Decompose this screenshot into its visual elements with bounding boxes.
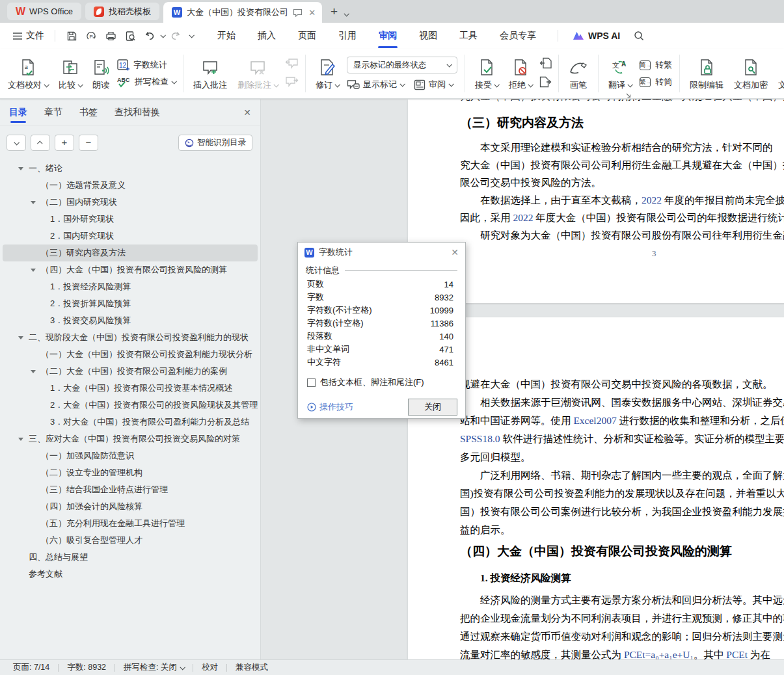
- tips-link[interactable]: 操作技巧: [307, 401, 353, 413]
- outline-item[interactable]: （六）吸引复合型管理人才: [3, 532, 258, 549]
- status-item[interactable]: 页面: 7/14: [13, 662, 49, 673]
- status-item[interactable]: 字数: 8932: [67, 662, 106, 673]
- print-preview-button[interactable]: [122, 28, 139, 44]
- show-markup-button[interactable]: 显示标记: [347, 79, 404, 90]
- outline-item[interactable]: 四、总结与展望: [3, 549, 258, 566]
- next-comment-button[interactable]: [285, 76, 299, 90]
- comment-bubble-icon[interactable]: [293, 8, 303, 17]
- outline-item[interactable]: （一）大金（中国）投资有限公司投资盈利能力现状分析: [3, 346, 258, 363]
- close-dialog-button[interactable]: 关闭: [408, 399, 457, 416]
- outline-item[interactable]: 3．对大金（中国）投资有限公司盈利能力分析及总结: [3, 414, 258, 430]
- collapse-arrow-icon[interactable]: [31, 269, 36, 272]
- sidebar-tab-书签[interactable]: 书签: [79, 101, 98, 124]
- status-item[interactable]: 拼写检查: 关闭: [124, 662, 184, 673]
- encrypt-document-button[interactable]: 文档加密: [729, 52, 773, 95]
- close-sidebar-icon[interactable]: ✕: [243, 107, 251, 118]
- outline-item[interactable]: （二）设立专业的管理机构: [3, 464, 258, 481]
- sidebar-tab-查找和替换[interactable]: 查找和替换: [115, 101, 160, 124]
- collapse-arrow-icon[interactable]: [31, 370, 36, 373]
- outline-item[interactable]: 2．投资折算风险预算: [3, 295, 258, 312]
- group-launcher-icon[interactable]: [626, 89, 631, 94]
- spell-check-button[interactable]: ABC 拼写检查: [117, 76, 176, 88]
- previous-change-button[interactable]: [539, 57, 552, 72]
- undo-button[interactable]: [141, 28, 158, 44]
- outline-item[interactable]: （三）结合我国企业特点进行管理: [3, 481, 258, 498]
- outline-item[interactable]: （三）研究内容及方法: [3, 245, 258, 261]
- menu-tab-开始[interactable]: 开始: [206, 26, 247, 46]
- include-footnotes-checkbox-row[interactable]: 包括文本框、脚注和尾注(F): [298, 369, 465, 388]
- markup-state-select[interactable]: 显示标记的最终状态: [347, 57, 457, 73]
- expand-all-button[interactable]: [31, 135, 50, 151]
- reject-change-button[interactable]: 拒绝: [504, 52, 537, 95]
- doc-proof-button[interactable]: a 文档校对: [3, 52, 53, 95]
- collapse-arrow-icon[interactable]: [18, 167, 23, 170]
- collapse-arrow-icon[interactable]: [18, 438, 23, 441]
- outline-item[interactable]: 1．国外研究现状: [3, 211, 258, 228]
- decrease-level-button[interactable]: −: [79, 135, 98, 151]
- undo-history-chevron-icon[interactable]: [160, 33, 165, 38]
- new-tab-button[interactable]: +: [331, 5, 338, 19]
- next-change-button[interactable]: [539, 76, 552, 90]
- to-simplified-button[interactable]: 繁 转简: [640, 76, 672, 88]
- collapse-arrow-icon[interactable]: [18, 336, 23, 339]
- close-dialog-icon[interactable]: ✕: [451, 247, 459, 258]
- close-tab-icon[interactable]: ✕: [307, 8, 317, 18]
- word-count-button[interactable]: 12 字数统计: [117, 59, 176, 71]
- file-menu-button[interactable]: 文件: [9, 27, 48, 44]
- read-aloud-button[interactable]: 朗读: [87, 52, 115, 95]
- collapse-arrow-icon[interactable]: [31, 201, 36, 204]
- tab-docer-templates[interactable]: 找稻壳模板: [85, 3, 159, 20]
- outline-item[interactable]: 2．国内研究现状: [3, 228, 258, 245]
- menu-tab-审阅[interactable]: 审阅: [368, 26, 408, 46]
- sidebar-tab-章节[interactable]: 章节: [44, 101, 62, 124]
- smart-toc-button[interactable]: 智能识别目录: [178, 135, 252, 151]
- menu-tab-插入[interactable]: 插入: [247, 26, 287, 46]
- menu-tab-会员专享[interactable]: 会员专享: [489, 26, 547, 46]
- outline-item[interactable]: 3．投资交易风险预算: [3, 312, 258, 329]
- outline-item[interactable]: （二）国内研究现状: [3, 194, 258, 211]
- quick-access-chevron-icon[interactable]: [189, 33, 194, 38]
- status-item[interactable]: 兼容模式: [236, 662, 268, 673]
- outline-item[interactable]: （二）大金（中国）投资有限公司盈利能力的案例: [3, 363, 258, 380]
- outline-item[interactable]: 1．大金（中国）投资有限公司投资基本情况概述: [3, 380, 258, 397]
- review-pane-button[interactable]: 审阅: [414, 79, 453, 90]
- outline-item[interactable]: 二、现阶段大金（中国）投资有限公司投资盈利能力的现状: [3, 329, 258, 346]
- export-pdf-button[interactable]: P: [83, 28, 100, 44]
- collapse-all-button[interactable]: [7, 135, 26, 151]
- pen-button[interactable]: 画笔: [563, 52, 593, 95]
- tab-wps-office[interactable]: W WPS Office: [7, 3, 81, 20]
- sidebar-tab-目录[interactable]: 目录: [9, 101, 27, 124]
- outline-item[interactable]: 三、应对大金（中国）投资有限公司投资交易风险的对策: [3, 430, 258, 447]
- outline-item[interactable]: 2．大金（中国）投资有限公司的投资风险现状及其管理: [3, 397, 258, 414]
- menu-tab-工具[interactable]: 工具: [448, 26, 489, 46]
- outline-item[interactable]: （四）大金（中国）投资有限公司投资风险的测算: [3, 261, 258, 278]
- outline-item[interactable]: （四）加强会计的风险核算: [3, 498, 258, 515]
- outline-item[interactable]: （一）加强风险防范意识: [3, 447, 258, 464]
- menu-tab-引用[interactable]: 引用: [327, 26, 368, 46]
- outline-item[interactable]: （五）充分利用现在金融工具进行管理: [3, 515, 258, 532]
- outline-item[interactable]: （一）选题背景及意义: [3, 177, 258, 194]
- translate-button[interactable]: 文A 翻译: [603, 52, 637, 95]
- tab-list-chevron-icon[interactable]: [344, 11, 349, 16]
- print-button[interactable]: [102, 28, 119, 44]
- tab-document[interactable]: W 大金（中国）投资有限公司盈利 ✕: [163, 2, 322, 23]
- wps-ai-button[interactable]: WPS AI: [573, 31, 620, 41]
- increase-level-button[interactable]: +: [55, 135, 74, 151]
- chevron-down-icon[interactable]: [180, 665, 185, 670]
- track-changes-button[interactable]: 修订: [310, 52, 344, 95]
- to-traditional-button[interactable]: 简 转繁: [640, 59, 672, 71]
- redo-button[interactable]: [167, 28, 184, 44]
- menu-tab-页面[interactable]: 页面: [287, 26, 327, 46]
- save-button[interactable]: [63, 28, 80, 44]
- outline-item[interactable]: 参考文献: [3, 566, 258, 583]
- menu-tab-视图[interactable]: 视图: [408, 26, 448, 46]
- accept-change-button[interactable]: 接受: [470, 52, 504, 95]
- restrict-editing-button[interactable]: 限制编辑: [684, 52, 729, 95]
- previous-comment-button[interactable]: [285, 58, 299, 72]
- dialog-title-bar[interactable]: W 字数统计 ✕: [298, 243, 465, 262]
- outline-item[interactable]: 一、绪论: [3, 160, 258, 177]
- insert-comment-button[interactable]: 插入批注: [188, 52, 232, 95]
- compare-button[interactable]: 比较: [53, 52, 87, 95]
- finalize-document-button[interactable]: 文档定稿: [773, 52, 784, 95]
- delete-comment-button[interactable]: 删除批注: [232, 52, 283, 95]
